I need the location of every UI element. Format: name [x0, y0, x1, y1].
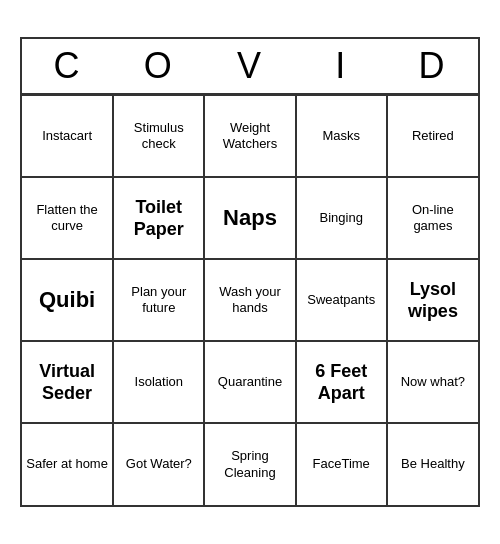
- bingo-cell: Quibi: [22, 259, 113, 341]
- bingo-cell: On-line games: [387, 177, 478, 259]
- bingo-grid: InstacartStimulus checkWeight WatchersMa…: [22, 95, 478, 505]
- bingo-header: COVID: [22, 39, 478, 95]
- bingo-cell: Binging: [296, 177, 387, 259]
- bingo-cell: Got Water?: [113, 423, 204, 505]
- bingo-cell: Retired: [387, 95, 478, 177]
- header-letter: O: [113, 39, 204, 93]
- header-letter: D: [387, 39, 478, 93]
- bingo-cell: 6 Feet Apart: [296, 341, 387, 423]
- bingo-cell: Isolation: [113, 341, 204, 423]
- bingo-cell: Lysol wipes: [387, 259, 478, 341]
- header-letter: C: [22, 39, 113, 93]
- bingo-cell: Virtual Seder: [22, 341, 113, 423]
- bingo-cell: Sweatpants: [296, 259, 387, 341]
- bingo-cell: Spring Cleaning: [204, 423, 295, 505]
- bingo-cell: Flatten the curve: [22, 177, 113, 259]
- bingo-cell: Weight Watchers: [204, 95, 295, 177]
- bingo-cell: Safer at home: [22, 423, 113, 505]
- bingo-cell: Wash your hands: [204, 259, 295, 341]
- bingo-cell: Toilet Paper: [113, 177, 204, 259]
- bingo-cell: Now what?: [387, 341, 478, 423]
- bingo-card: COVID InstacartStimulus checkWeight Watc…: [20, 37, 480, 507]
- header-letter: V: [204, 39, 295, 93]
- bingo-cell: Masks: [296, 95, 387, 177]
- bingo-cell: Naps: [204, 177, 295, 259]
- bingo-cell: Quarantine: [204, 341, 295, 423]
- bingo-cell: Plan your future: [113, 259, 204, 341]
- bingo-cell: Instacart: [22, 95, 113, 177]
- header-letter: I: [296, 39, 387, 93]
- bingo-cell: FaceTime: [296, 423, 387, 505]
- bingo-cell: Stimulus check: [113, 95, 204, 177]
- bingo-cell: Be Healthy: [387, 423, 478, 505]
